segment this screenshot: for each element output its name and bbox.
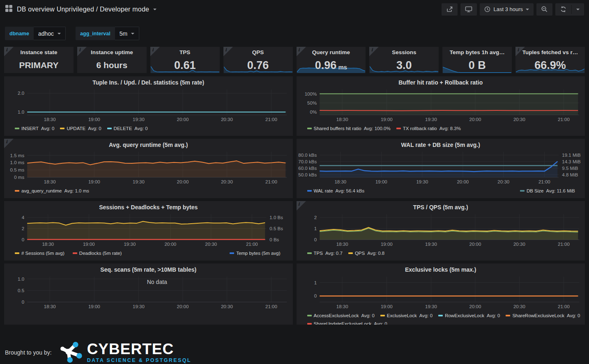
chart-panel-title[interactable]: TPS / QPS (5m avg.): [297, 201, 585, 212]
stat-panels-row: iInstance statePRIMARYiInstance uptime6 …: [4, 47, 585, 73]
panel-info-icon[interactable]: i: [515, 47, 525, 56]
title-caret-icon[interactable]: [153, 9, 156, 10]
legend-series-name: DELETE: [114, 126, 132, 131]
chart-plot[interactable]: 18:3019:0019:3020:0020:3021:002.01.0: [4, 87, 293, 124]
legend-item[interactable]: Shared buffers hit ratioAvg: 100.0%: [307, 126, 391, 131]
svg-text:1.5 ms: 1.5 ms: [10, 153, 25, 158]
chart-plot[interactable]: 18:3019:0019:3020:0020:3021:0080.0 kBs19…: [297, 149, 585, 186]
stat-panel-title[interactable]: QPS: [223, 47, 293, 55]
variable-dbname-value[interactable]: adhoc: [34, 27, 66, 40]
legend-item[interactable]: INSERTAvg: 0: [15, 126, 54, 131]
agg-interval-caret-icon: [131, 33, 134, 34]
chart-plot[interactable]: 18:3019:0019:3020:0020:3021:00210: [297, 212, 585, 249]
legend-series-avg: Avg: 100.0%: [364, 126, 391, 131]
chart-plot[interactable]: 18:3019:0019:3020:0020:3021:001.5 ms1.0 …: [4, 149, 293, 186]
svg-text:21:00: 21:00: [265, 179, 277, 184]
variable-dbname: dbname adhoc: [5, 27, 66, 40]
time-range-picker[interactable]: Last 3 hours: [480, 3, 534, 16]
svg-text:20:30: 20:30: [513, 242, 525, 247]
legend-item[interactable]: QPSAvg: 0.8: [348, 251, 384, 256]
legend-item[interactable]: DB SizeAvg: 11.6 MiB: [520, 188, 575, 193]
legend-series-name: AccessExclusiveLock: [314, 313, 359, 318]
chart-panel-wal_rate_db_size: WAL rate + DB size (5m avg.)18:3019:0019…: [297, 139, 585, 198]
panel-info-icon[interactable]: i: [369, 47, 379, 56]
time-range-label: Last 3 hours: [493, 6, 523, 12]
chart-panel-title[interactable]: Sessions + Deadlocks + Temp bytes: [4, 201, 293, 212]
legend-item[interactable]: ShareRowExclusiveLockAvg: 0: [506, 313, 580, 318]
refresh-interval-dropdown[interactable]: [572, 3, 584, 16]
panel-info-icon[interactable]: i: [4, 47, 14, 56]
dashboard-title[interactable]: DB overview Unprivileged / Developer mod…: [17, 6, 149, 13]
svg-text:21:00: 21:00: [246, 242, 258, 247]
share-button[interactable]: [442, 3, 458, 16]
legend-swatch-icon: [60, 128, 64, 129]
chart-panel-title[interactable]: Buffer hit ratio + Rollback ratio: [297, 76, 585, 87]
legend-item[interactable]: RowExclusiveLockAvg: 0: [438, 313, 500, 318]
legend-item[interactable]: TX rollback ratioAvg: 8.3%: [396, 126, 461, 131]
legend-series-name: TX rollback ratio: [403, 126, 437, 131]
legend-item[interactable]: AccessExclusiveLockAvg: 0: [307, 313, 375, 318]
chart-panel-title[interactable]: Tuple Ins. / Upd. / Del. statistics (5m …: [4, 76, 293, 87]
legend-series-name: INSERT: [21, 126, 39, 131]
svg-text:18:30: 18:30: [336, 242, 348, 247]
legend-swatch-icon: [520, 190, 525, 192]
svg-text:1.0: 1.0: [18, 110, 24, 114]
legend-item[interactable]: WAL rateAvg: 56.4 kBs: [307, 188, 365, 193]
cybertec-tagline: DATA SCIENCE & POSTGRESQL: [87, 357, 191, 363]
chart-plot[interactable]: 18:3019:0019:3020:0020:3021:001.00.50No …: [4, 274, 293, 311]
svg-text:20:30: 20:30: [221, 304, 233, 309]
panel-info-icon[interactable]: i: [4, 139, 14, 148]
chart-panel-title[interactable]: Avg. query runtime (5m avg.): [4, 139, 293, 149]
legend-series-avg: Avg: 0: [361, 313, 374, 318]
svg-text:19:00: 19:00: [380, 117, 392, 122]
panel-info-icon[interactable]: i: [223, 47, 233, 56]
panel-info-icon[interactable]: i: [297, 201, 306, 211]
stat-panel-title[interactable]: TPS: [150, 47, 220, 55]
chart-legend: TPSAvg: 0.7QPSAvg: 0.8: [297, 249, 585, 257]
legend-item[interactable]: DELETEAvg: 0: [107, 126, 148, 131]
time-range-caret-icon: [526, 9, 529, 10]
chart-panel-title[interactable]: Exclusive locks (5m max.): [297, 263, 585, 274]
chart-panel-seq_scans: Seq. scans (5m rate, >10MB tables)18:301…: [4, 263, 293, 325]
svg-text:19:30: 19:30: [425, 304, 437, 309]
legend-series-name: Deadlocks (5m rate): [79, 251, 122, 256]
stat-panel-title[interactable]: Sessions: [369, 47, 439, 55]
stat-panel-title[interactable]: Temp bytes 1h avg…: [442, 47, 512, 55]
chart-plot[interactable]: 18:3019:0019:3020:0020:3021:0010: [297, 274, 585, 311]
svg-text:19:00: 19:00: [88, 304, 100, 309]
panel-info-icon[interactable]: i: [297, 47, 306, 56]
legend-swatch-icon: [73, 252, 77, 254]
chart-legend: INSERTAvg: 0UPDATEAvg: 0DELETEAvg: 0: [4, 124, 293, 132]
panel-info-icon[interactable]: i: [150, 47, 160, 56]
chart-plot[interactable]: 18:3019:0019:3020:0020:3021:00100%50%0%: [297, 87, 585, 124]
chart-panel-title[interactable]: Seq. scans (5m rate, >10MB tables): [4, 263, 293, 274]
panel-info-icon[interactable]: i: [77, 47, 87, 56]
refresh-button[interactable]: [555, 3, 571, 16]
legend-item[interactable]: avg_query_runtimeAvg: 1.0 ms: [15, 188, 89, 193]
legend-item[interactable]: UPDATEAvg: 0: [60, 126, 101, 131]
svg-text:18:30: 18:30: [336, 117, 348, 122]
chart-panel-title[interactable]: WAL rate + DB size (5m avg.): [297, 139, 585, 149]
svg-text:0: 0: [314, 294, 316, 299]
legend-series-avg: Avg: 56.4 kBs: [336, 188, 365, 193]
zoom-out-button[interactable]: [536, 3, 552, 16]
chart-plot[interactable]: 18:3019:0019:3020:0020:3021:0041.0 Bs20.…: [4, 212, 293, 249]
legend-series-avg: Avg: 0: [88, 126, 101, 131]
svg-text:1.0 Bs: 1.0 Bs: [269, 215, 283, 220]
dashboard-grid-icon[interactable]: [5, 5, 13, 14]
legend-item[interactable]: TPSAvg: 0.7: [307, 251, 343, 256]
stat-panel: iTuples fetched vs r…66.9%: [515, 47, 585, 73]
svg-text:0.5 Bs: 0.5 Bs: [269, 226, 283, 231]
legend-item[interactable]: Temp bytes (5m avg): [230, 251, 283, 256]
legend-item[interactable]: # Sessions (5m avg): [15, 251, 67, 256]
legend-item[interactable]: Deadlocks (5m rate): [73, 251, 124, 256]
legend-item[interactable]: ShareUpdateExclusiveLockAvg: 0: [307, 321, 387, 325]
stat-panel-title[interactable]: Query runtime: [297, 47, 366, 55]
legend-item[interactable]: ExclusiveLockAvg: 0: [380, 313, 433, 318]
legend-series-name: ShareRowExclusiveLock: [512, 313, 564, 318]
stat-panel-title[interactable]: Tuples fetched vs r…: [515, 47, 585, 55]
stat-panel-title[interactable]: Instance uptime: [77, 47, 147, 55]
stat-panel-title[interactable]: Instance state: [4, 47, 74, 55]
kiosk-mode-button[interactable]: [460, 3, 477, 16]
variable-agg-interval-value[interactable]: 5m: [115, 27, 139, 40]
